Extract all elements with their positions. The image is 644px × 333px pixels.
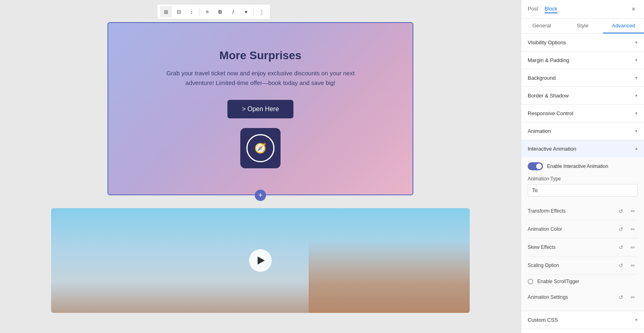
toolbar-italic-btn[interactable]: I xyxy=(227,6,239,17)
interactive-animation-header[interactable]: Interactive Animation ▾ xyxy=(521,140,644,157)
panel-tab-post[interactable]: Post xyxy=(528,5,538,13)
toolbar-grid-btn[interactable]: ⊟ xyxy=(173,6,185,17)
visibility-options-header[interactable]: Visibility Options ▾ xyxy=(521,34,644,51)
visibility-options-label: Visibility Options xyxy=(528,39,566,46)
animation-color-actions: ↺ ✏ xyxy=(616,224,638,234)
scaling-option-row: Scaling Option ↺ ✏ xyxy=(528,256,638,275)
tab-general[interactable]: General xyxy=(521,19,562,33)
animation-color-edit-btn[interactable]: ✏ xyxy=(628,224,638,234)
custom-css-chevron: ▾ xyxy=(635,317,638,323)
toolbar-dropdown-btn[interactable]: ▾ xyxy=(240,6,252,17)
toolbar-more-btn[interactable]: ⋮ xyxy=(256,6,268,17)
animation-settings-reset-btn[interactable]: ↺ xyxy=(616,292,625,302)
transform-effects-label: Transform Effects xyxy=(528,208,566,214)
scaling-option-label: Scaling Option xyxy=(528,263,559,268)
responsive-control-chevron: ▾ xyxy=(635,111,638,116)
scaling-option-actions: ↺ ✏ xyxy=(616,261,638,270)
enable-animation-toggle[interactable] xyxy=(528,162,543,170)
margin-padding-header[interactable]: Margin & Padding ▾ xyxy=(521,52,644,69)
animation-header[interactable]: Animation ▾ xyxy=(521,122,644,140)
compass-circle: 🧭 xyxy=(246,134,275,162)
scaling-option-edit-btn[interactable]: ✏ xyxy=(628,261,638,270)
animation-settings-edit-btn[interactable]: ✏ xyxy=(628,292,638,302)
right-panel: Post Block × General Style Advanced Visi… xyxy=(521,0,644,333)
responsive-control-header[interactable]: Responsive Control ▾ xyxy=(521,105,644,122)
border-shadow-chevron: ▾ xyxy=(635,93,638,98)
tab-style[interactable]: Style xyxy=(562,19,603,33)
help-section: B Need Help? ⊡ Demo ⊡ Doc xyxy=(521,329,644,333)
animation-type-select[interactable]: To From FromTo xyxy=(528,184,638,196)
custom-css-section: Custom CSS ▾ xyxy=(521,311,644,329)
tab-advanced[interactable]: Advanced xyxy=(603,19,644,33)
margin-padding-chevron: ▾ xyxy=(635,58,638,63)
block-tab-switcher: General Style Advanced xyxy=(521,19,644,34)
toolbar-arrows-btn[interactable]: ↕ xyxy=(186,6,198,17)
interactive-animation-label: Interactive Animation xyxy=(528,146,576,152)
custom-css-label: Custom CSS xyxy=(528,317,558,323)
skew-effects-edit-btn[interactable]: ✏ xyxy=(628,242,638,252)
animation-color-row: Animation Color ↺ ✏ xyxy=(528,220,638,238)
open-here-button[interactable]: > Open Here xyxy=(227,100,293,118)
skew-effects-label: Skew Effects xyxy=(528,244,555,250)
background-section: Background ▾ xyxy=(521,69,644,87)
toolbar-layout-btn[interactable]: ⊞ xyxy=(160,6,172,17)
interactive-animation-section: Interactive Animation ▾ Enable Interacti… xyxy=(521,140,644,311)
toolbar-bold-btn[interactable]: B xyxy=(214,6,226,17)
skew-effects-reset-btn[interactable]: ↺ xyxy=(616,242,625,252)
panel-close-button[interactable]: × xyxy=(630,5,638,13)
building-decoration xyxy=(309,240,470,313)
play-triangle-icon xyxy=(258,256,265,265)
transform-effects-actions: ↺ ✏ xyxy=(616,206,638,216)
block-toolbar: ⊞ ⊟ ↕ ≡ B I ▾ ⋮ xyxy=(157,4,270,19)
animation-color-label: Animation Color xyxy=(528,226,562,232)
background-header[interactable]: Background ▾ xyxy=(521,69,644,87)
add-block-button[interactable]: + xyxy=(255,190,266,201)
visibility-options-chevron: ▾ xyxy=(635,40,638,45)
content-block-1: More Surprises Grab your travel ticket n… xyxy=(107,22,413,195)
animation-chevron: ▾ xyxy=(635,128,638,134)
scroll-trigger-row: Enable ScrollTigger xyxy=(528,275,638,288)
transform-effects-reset-btn[interactable]: ↺ xyxy=(616,206,625,216)
animation-settings-label: Animation Settings xyxy=(528,294,568,300)
video-play-button[interactable] xyxy=(249,249,272,272)
animation-section: Animation ▾ xyxy=(521,122,644,140)
background-chevron: ▾ xyxy=(635,75,638,81)
margin-padding-label: Margin & Padding xyxy=(528,57,569,63)
responsive-control-label: Responsive Control xyxy=(528,110,573,116)
animation-settings-actions: ↺ ✏ xyxy=(616,292,638,302)
toolbar-divider-1 xyxy=(199,8,200,16)
visibility-options-section: Visibility Options ▾ xyxy=(521,34,644,52)
panel-content: Visibility Options ▾ Margin & Padding ▾ … xyxy=(521,34,644,333)
block-description: Grab your travel ticket now and enjoy ex… xyxy=(164,68,357,88)
interactive-animation-chevron: ▾ xyxy=(635,146,638,151)
border-shadow-header[interactable]: Border & Shadow ▾ xyxy=(521,87,644,104)
panel-tab-block[interactable]: Block xyxy=(545,5,557,13)
interactive-animation-body: Enable Interactive Animation Animation T… xyxy=(521,157,644,311)
toolbar-divider-2 xyxy=(254,8,254,16)
animation-settings-row: Animation Settings ↺ ✏ xyxy=(528,288,638,306)
margin-padding-section: Margin & Padding ▾ xyxy=(521,52,644,69)
content-block-video xyxy=(51,208,470,313)
scroll-trigger-label: Enable ScrollTigger xyxy=(537,279,579,284)
animation-type-field: Animation Type To From FromTo xyxy=(528,176,638,202)
responsive-control-section: Responsive Control ▾ xyxy=(521,105,644,122)
enable-animation-label: Enable Interactive Animation xyxy=(547,163,608,169)
animation-color-reset-btn[interactable]: ↺ xyxy=(616,224,625,234)
editor-area: ⊞ ⊟ ↕ ≡ B I ▾ ⋮ More Surprises Grab your… xyxy=(0,0,521,333)
block-title: More Surprises xyxy=(219,49,301,62)
skew-effects-row: Skew Effects ↺ ✏ xyxy=(528,238,638,256)
custom-css-header[interactable]: Custom CSS ▾ xyxy=(521,311,644,329)
border-shadow-label: Border & Shadow xyxy=(528,93,569,99)
panel-header: Post Block × xyxy=(521,0,644,19)
enable-animation-row: Enable Interactive Animation xyxy=(528,162,638,170)
transform-effects-edit-btn[interactable]: ✏ xyxy=(628,206,638,216)
compass-container: 🧭 xyxy=(240,128,281,168)
background-label: Background xyxy=(528,75,555,81)
compass-icon: 🧭 xyxy=(254,143,266,154)
toolbar-align-btn[interactable]: ≡ xyxy=(201,6,213,17)
scaling-option-reset-btn[interactable]: ↺ xyxy=(616,261,625,270)
animation-label: Animation xyxy=(528,128,551,134)
scroll-trigger-radio[interactable] xyxy=(528,279,533,284)
border-shadow-section: Border & Shadow ▾ xyxy=(521,87,644,105)
panel-tabs: Post Block xyxy=(528,5,557,13)
